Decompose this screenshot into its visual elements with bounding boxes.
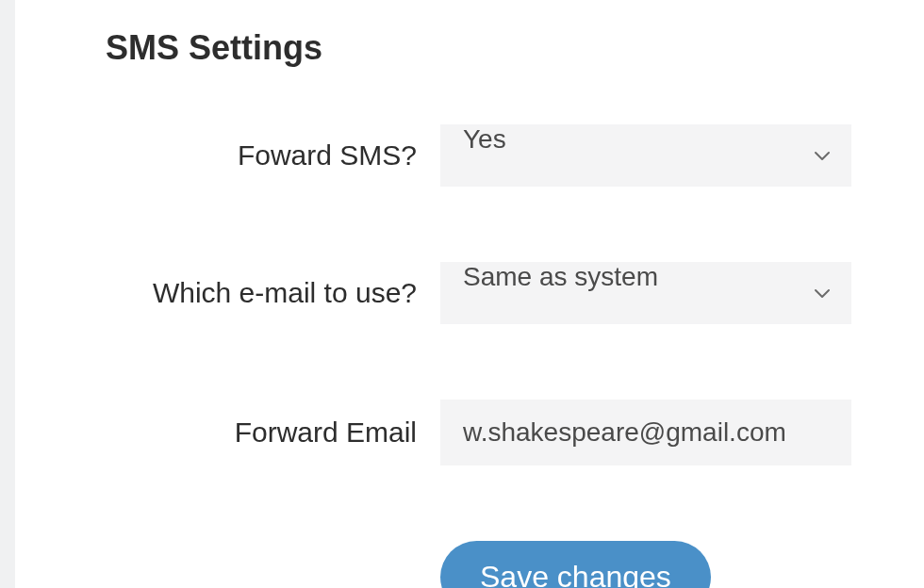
which-email-label: Which e-mail to use? (106, 277, 440, 309)
page-title: SMS Settings (106, 28, 867, 68)
forward-sms-label: Foward SMS? (106, 139, 440, 172)
forward-email-row: Forward Email (106, 400, 867, 466)
forward-email-label: Forward Email (106, 416, 440, 449)
left-sidebar-edge (0, 0, 15, 588)
forward-sms-select-wrap: Yes (440, 124, 851, 187)
settings-panel: SMS Settings Foward SMS? Yes Which e-mai… (0, 0, 924, 588)
forward-sms-row: Foward SMS? Yes (106, 124, 867, 187)
which-email-row: Which e-mail to use? Same as system (106, 262, 867, 324)
which-email-select[interactable]: Same as system (440, 262, 851, 324)
forward-sms-select[interactable]: Yes (440, 124, 851, 187)
forward-email-input[interactable] (440, 400, 851, 466)
save-button[interactable]: Save changes (440, 541, 711, 588)
which-email-select-wrap: Same as system (440, 262, 851, 324)
button-row: Save changes (106, 541, 867, 588)
